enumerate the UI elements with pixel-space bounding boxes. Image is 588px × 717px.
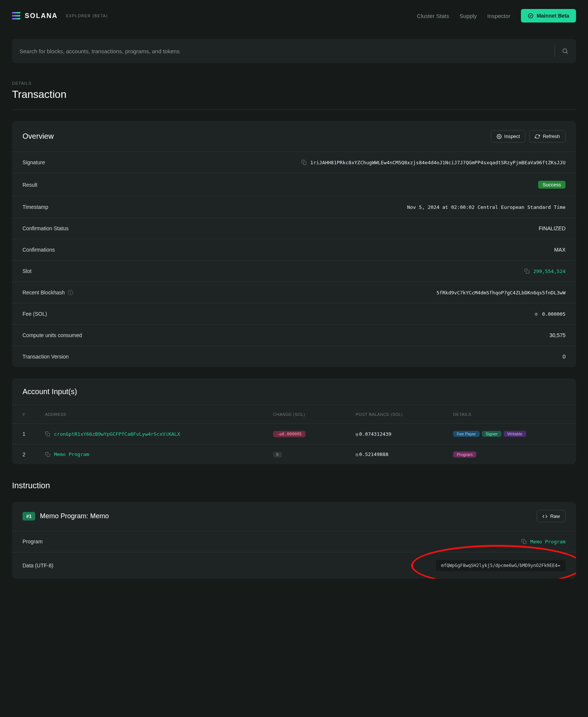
program-link[interactable]: Memo Program	[530, 539, 566, 544]
compute-value: 30,575	[549, 332, 566, 338]
info-icon[interactable]: ?	[68, 290, 73, 295]
overview-title: Overview	[22, 132, 54, 141]
change-pill: 0	[273, 452, 282, 458]
post-balance: ◎0.52149888	[356, 452, 453, 457]
confirmations-value: MAX	[554, 247, 566, 253]
row-fee: Fee (SOL) ◎0.000005	[12, 303, 576, 324]
row-compute: Compute units consumed 30,575	[12, 324, 576, 346]
instruction-title: Memo Program: Memo	[40, 512, 109, 520]
app-header: SOLANA EXPLORER (BETA) Cluster Stats Sup…	[0, 0, 588, 32]
brand-subtitle: EXPLORER (BETA)	[66, 14, 108, 18]
accounts-table-header: # ADDRESS CHANGE (SOL) POST BALANCE (SOL…	[12, 405, 576, 423]
version-value: 0	[563, 354, 566, 360]
table-row: 1 cronGptR1xY66zB9wYpGCFPfCa8FvLyw4rScxV…	[12, 423, 576, 444]
svg-point-1	[563, 49, 567, 53]
row-confirmation-status: Confirmation Status FINALIZED	[12, 218, 576, 239]
code-icon	[542, 514, 548, 519]
row-data: Data (UTF-8) mfQWpGgF8wqSH2lykj5/dpcme6w…	[12, 552, 576, 579]
copy-icon[interactable]	[45, 431, 50, 436]
check-circle-icon	[528, 13, 534, 19]
blockhash-value: 5fRkd9vC7kYCcM4dmSfhqoP7gC4ZLbDKn6qs5fnD…	[437, 290, 566, 296]
search-bar[interactable]	[12, 39, 576, 63]
confirmation-status-value: FINALIZED	[539, 225, 566, 231]
copy-icon[interactable]	[521, 539, 527, 544]
change-pill: -◎0.000005	[273, 431, 305, 437]
raw-button[interactable]: Raw	[537, 510, 566, 522]
fee-value: ◎0.000005	[535, 311, 566, 317]
row-version: Transaction Version 0	[12, 346, 576, 367]
row-timestamp: Timestamp Nov 5, 2024 at 02:00:02 Centra…	[12, 196, 576, 218]
search-divider	[555, 45, 555, 57]
gear-icon	[497, 134, 502, 139]
copy-icon[interactable]	[301, 160, 307, 165]
accounts-card: Account Input(s) # ADDRESS CHANGE (SOL) …	[12, 378, 576, 464]
solana-logo-icon	[12, 12, 20, 20]
slot-link[interactable]: 299,554,524	[533, 268, 566, 274]
nav-cluster-stats[interactable]: Cluster Stats	[417, 13, 449, 19]
top-nav: Cluster Stats Supply Inspector Mainnet B…	[417, 9, 576, 22]
svg-rect-7	[47, 454, 50, 457]
post-balance: ◎0.074312439	[356, 431, 453, 437]
row-blockhash: Recent Blockhash ? 5fRkd9vC7kYCcM4dmSfhq…	[12, 282, 576, 303]
page-title: Transaction	[12, 88, 576, 100]
status-badge: Success	[538, 181, 566, 189]
logo[interactable]: SOLANA EXPLORER (BETA)	[12, 12, 108, 20]
row-result: Result Success	[12, 173, 576, 196]
table-row: 2 Memo Program 0 ◎0.52149888 Program	[12, 444, 576, 464]
svg-line-2	[566, 52, 568, 54]
svg-point-3	[498, 136, 500, 137]
svg-rect-4	[303, 162, 306, 165]
memo-data-value: mfQWpGgF8wqSH2lykj5/dpcme6wG/bMD9ynO2Fk9…	[436, 560, 566, 571]
nav-inspector[interactable]: Inspector	[487, 13, 510, 19]
svg-rect-5	[526, 270, 529, 273]
overview-card: Overview Inspect Refresh Signature 1riJA…	[12, 121, 576, 367]
search-input[interactable]	[19, 48, 548, 54]
svg-rect-6	[47, 433, 50, 436]
account-tags: Program	[453, 452, 566, 458]
refresh-icon	[535, 134, 540, 139]
details-label: DETAILS	[12, 81, 576, 86]
copy-icon[interactable]	[524, 268, 530, 274]
row-confirmations: Confirmations MAX	[12, 239, 576, 260]
title-divider	[12, 110, 576, 110]
cluster-label: Mainnet Beta	[537, 13, 569, 19]
account-tags: Fee Payer Signer Writable	[453, 431, 566, 437]
cluster-select-button[interactable]: Mainnet Beta	[521, 9, 576, 22]
account-address-link[interactable]: cronGptR1xY66zB9wYpGCFPfCa8FvLyw4rScxViK…	[54, 431, 180, 437]
timestamp-value: Nov 5, 2024 at 02:00:02 Central European…	[407, 204, 566, 210]
search-icon[interactable]	[562, 48, 569, 54]
copy-icon[interactable]	[45, 452, 50, 457]
signature-value: 1riJAHH81PRkc8xYZChugWWLEw4nCM5Q8xzjs84e…	[310, 160, 566, 165]
row-slot: Slot 299,554,524	[12, 260, 576, 282]
row-program: Program Memo Program	[12, 531, 576, 552]
accounts-title: Account Input(s)	[22, 387, 77, 396]
nav-supply[interactable]: Supply	[459, 13, 477, 19]
instruction-card: #1 Memo Program: Memo Raw Program Memo P…	[12, 502, 576, 579]
account-address-link[interactable]: Memo Program	[54, 452, 89, 457]
inspect-button[interactable]: Inspect	[491, 130, 526, 142]
row-signature: Signature 1riJAHH81PRkc8xYZChugWWLEw4nCM…	[12, 152, 576, 173]
svg-rect-8	[523, 541, 526, 544]
brand-name: SOLANA	[25, 12, 58, 20]
instruction-section-title: Instruction	[12, 481, 576, 490]
instruction-index-badge: #1	[22, 512, 35, 520]
refresh-button[interactable]: Refresh	[529, 130, 566, 142]
